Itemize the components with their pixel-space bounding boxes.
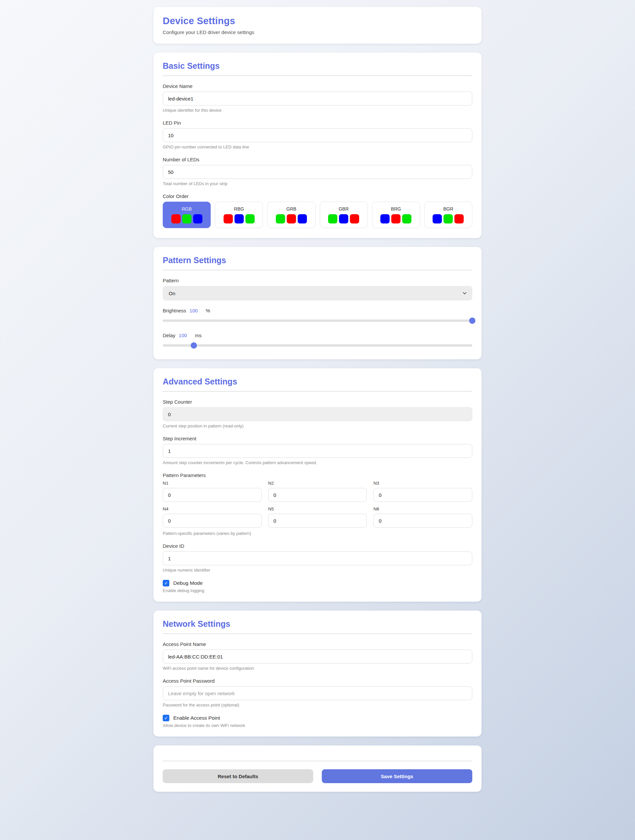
enable-ap-checkbox[interactable]: ✓ [163,715,169,721]
color-swatch [454,214,464,223]
param-n5-input[interactable] [268,514,367,527]
delay-slider[interactable] [163,342,472,349]
save-settings-button[interactable]: Save Settings [322,769,472,783]
step-increment-input[interactable] [163,444,472,458]
led-pin-label: LED Pin [163,120,472,126]
color-order-options: RGB RBG GRB GBR BRG [163,202,472,228]
color-swatch [328,214,337,223]
pattern-label: Pattern [163,278,472,283]
color-order-option-label: RGB [182,206,192,212]
color-swatch [287,214,296,223]
check-icon: ✓ [164,716,168,720]
brightness-label: Brightness [163,308,186,313]
param-n1: N1 [163,481,261,502]
color-order-option-bgr[interactable]: BGR [424,202,472,228]
param-n3-input[interactable] [374,488,472,502]
param-n6: N6 [374,507,472,527]
color-order-option-label: GRB [287,206,296,212]
color-swatch [391,214,401,223]
brightness-slider-track [163,320,472,322]
param-n2-input[interactable] [268,488,367,502]
enable-ap-label: Enable Access Point [173,715,220,721]
ap-name-help: WiFi access point name for device config… [163,666,472,671]
color-swatch [298,214,307,223]
led-pin-input[interactable] [163,128,472,142]
pattern-parameters-group: Pattern Parameters N1 N2 N3 N4 [163,472,472,536]
debug-mode-checkbox[interactable]: ✓ [163,580,169,586]
network-settings-card: Network Settings Access Point Name WiFi … [154,611,481,737]
device-id-label: Device ID [163,543,472,549]
brightness-slider[interactable] [163,317,472,324]
num-leds-group: Number of LEDs Total number of LEDs in y… [163,157,472,186]
delay-slider-track [163,344,472,347]
device-id-input[interactable] [163,551,472,565]
color-order-option-label: GBR [339,206,348,212]
ap-name-group: Access Point Name WiFi access point name… [163,641,472,671]
basic-settings-card: Basic Settings Device Name Unique identi… [154,52,481,238]
delay-slider-thumb[interactable] [190,343,197,349]
ap-password-input[interactable] [163,686,472,700]
step-counter-input [163,407,472,421]
color-order-group: Color Order RGB RBG GRB GBR [163,193,472,228]
ap-name-label: Access Point Name [163,641,472,647]
ap-password-group: Access Point Password Password for the a… [163,678,472,707]
device-name-group: Device Name Unique identifier for this d… [163,83,472,113]
pattern-select[interactable]: On [163,286,472,300]
param-n6-label: N6 [374,507,472,512]
pattern-parameters-label: Pattern Parameters [163,472,472,478]
color-order-option-rgb[interactable]: RGB [163,202,211,228]
color-order-option-grb[interactable]: GRB [267,202,315,228]
actions-divider [163,761,472,761]
param-n4-input[interactable] [163,514,261,527]
color-swatch [380,214,390,223]
param-n3: N3 [374,481,472,502]
step-counter-group: Step Counter Current step position in pa… [163,399,472,428]
reset-defaults-button[interactable]: Reset to Defaults [163,769,313,783]
enable-ap-help: Allow device to create its own WiFi netw… [163,723,472,728]
color-order-option-brg[interactable]: BRG [372,202,420,228]
check-icon: ✓ [164,581,168,586]
color-order-option-label: RBG [234,206,244,212]
param-n4-label: N4 [163,507,261,512]
debug-mode-group: ✓ Debug Mode Enable debug logging [163,580,472,593]
color-swatch [339,214,348,223]
device-id-group: Device ID Unique numeric identifier [163,543,472,573]
param-n2: N2 [268,481,367,502]
color-order-option-label: BGR [443,206,453,212]
delay-unit: ms [195,333,201,338]
param-n5: N5 [268,507,367,527]
enable-ap-group: ✓ Enable Access Point Allow device to cr… [163,715,472,728]
color-order-option-gbr[interactable]: GBR [320,202,368,228]
param-n1-input[interactable] [163,488,261,502]
section-divider [163,270,472,270]
param-n6-input[interactable] [374,514,472,527]
device-name-label: Device Name [163,83,472,89]
step-increment-help: Amount step counter increments per cycle… [163,460,472,465]
device-id-help: Unique numeric identifier [163,568,472,573]
header-card: Device Settings Configure your LED drive… [154,7,481,44]
actions-card: Reset to Defaults Save Settings [154,745,481,792]
pattern-parameters-help: Pattern-specific parameters (varies by p… [163,531,472,536]
device-name-input[interactable] [163,92,472,106]
ap-name-input[interactable] [163,650,472,663]
network-settings-title: Network Settings [163,619,472,629]
brightness-group: Brightness 100 % [163,308,472,324]
color-swatch [432,214,442,223]
param-n2-label: N2 [268,481,367,486]
delay-group: Delay 100 ms [163,333,472,349]
num-leds-input[interactable] [163,165,472,179]
num-leds-help: Total number of LEDs in your strip [163,181,472,186]
pattern-settings-title: Pattern Settings [163,256,472,265]
step-counter-label: Step Counter [163,399,472,405]
led-pin-group: LED Pin GPIO pin number connected to LED… [163,120,472,149]
color-order-option-label: BRG [391,206,401,212]
pattern-parameters-grid: N1 N2 N3 N4 N5 [163,481,472,527]
step-counter-help: Current step position in pattern (read-o… [163,423,472,428]
advanced-settings-card: Advanced Settings Step Counter Current s… [154,368,481,602]
brightness-slider-thumb[interactable] [469,318,476,324]
param-n5-label: N5 [268,507,367,512]
section-divider [163,391,472,392]
ap-password-help: Password for the access point (optional) [163,703,472,707]
advanced-settings-title: Advanced Settings [163,377,472,387]
color-order-option-rbg[interactable]: RBG [215,202,263,228]
